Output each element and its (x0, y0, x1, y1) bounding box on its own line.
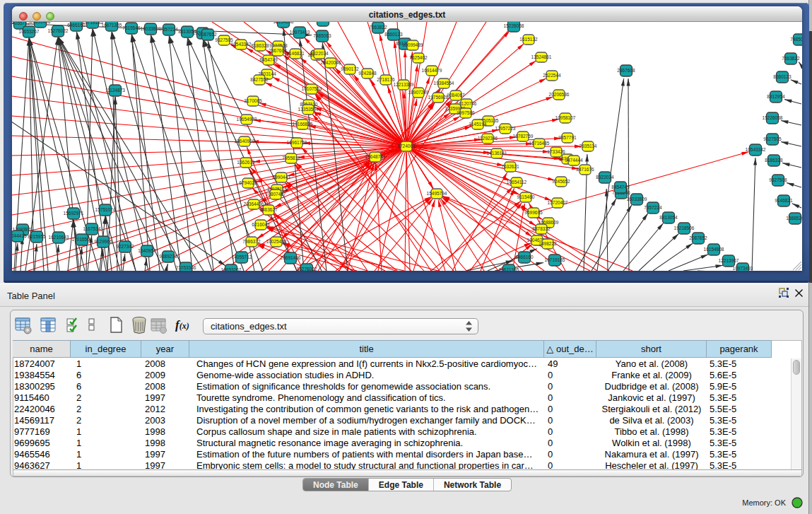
svg-text:9890172: 9890172 (341, 66, 359, 71)
svg-text:15495794: 15495794 (427, 191, 447, 196)
svg-text:9242848: 9242848 (358, 71, 377, 76)
svg-text:1145194: 1145194 (469, 122, 487, 127)
svg-text:21053346: 21053346 (176, 265, 196, 270)
svg-text:9227342: 9227342 (116, 244, 134, 249)
svg-text:8186328: 8186328 (251, 43, 269, 48)
svg-text:10973493: 10973493 (290, 30, 310, 35)
svg-text:9463627: 9463627 (259, 207, 278, 212)
svg-text:18907249: 18907249 (408, 90, 429, 95)
svg-text:20691406: 20691406 (281, 255, 301, 260)
svg-text:16671355: 16671355 (499, 267, 519, 271)
svg-text:7955812: 7955812 (282, 156, 300, 160)
svg-text:16099489: 16099489 (403, 42, 423, 47)
svg-text:15226058: 15226058 (763, 115, 783, 120)
svg-text:8660123: 8660123 (773, 74, 792, 79)
svg-text:16648784: 16648784 (365, 154, 386, 159)
svg-text:11292346: 11292346 (478, 136, 498, 141)
svg-text:15751074: 15751074 (95, 207, 116, 212)
svg-text:10719185: 10719185 (545, 257, 565, 262)
svg-text:9129966: 9129966 (94, 239, 112, 244)
svg-text:19654923: 19654923 (237, 117, 257, 122)
svg-text:2087652: 2087652 (199, 32, 217, 37)
svg-text:15276022: 15276022 (48, 28, 69, 33)
svg-text:1733426: 1733426 (547, 149, 565, 154)
svg-text:17016504: 17016504 (72, 237, 93, 242)
svg-text:8990443: 8990443 (272, 175, 290, 180)
svg-text:14136141: 14136141 (487, 151, 507, 156)
svg-text:19756928: 19756928 (428, 95, 449, 100)
svg-text:3170065: 3170065 (244, 98, 262, 103)
svg-text:9327505: 9327505 (763, 136, 782, 141)
svg-text:18640910: 18640910 (235, 139, 255, 144)
svg-text:1498222: 1498222 (539, 241, 557, 246)
svg-text:10025438: 10025438 (266, 239, 287, 244)
svg-text:1588520: 1588520 (786, 216, 802, 221)
svg-text:2522544: 2522544 (543, 73, 561, 78)
svg-text:15692971: 15692971 (64, 211, 84, 216)
svg-text:14055712: 14055712 (12, 22, 30, 25)
svg-text:16154808: 16154808 (704, 247, 724, 252)
svg-text:10973493: 10973493 (733, 266, 753, 271)
svg-text:9699695: 9699695 (524, 210, 543, 215)
svg-text:10543342: 10543342 (231, 42, 252, 47)
svg-text:16782759: 16782759 (513, 134, 534, 139)
svg-text:10654112: 10654112 (507, 180, 527, 185)
svg-text:15226058: 15226058 (504, 23, 524, 28)
svg-text:10653267: 10653267 (19, 29, 40, 34)
svg-text:7485063: 7485063 (790, 37, 802, 42)
svg-text:7357224: 7357224 (160, 27, 178, 32)
svg-text:9245652: 9245652 (552, 179, 570, 184)
svg-text:9146821: 9146821 (286, 51, 305, 56)
svg-text:9857791: 9857791 (558, 135, 577, 140)
svg-text:9115460: 9115460 (517, 194, 535, 199)
svg-text:10653267: 10653267 (221, 267, 242, 271)
svg-text:10958107: 10958107 (555, 115, 576, 120)
svg-text:8813054: 8813054 (659, 215, 678, 220)
svg-text:10107553: 10107553 (302, 86, 322, 91)
svg-text:20364436: 20364436 (244, 201, 264, 206)
svg-text:8427552: 8427552 (250, 77, 269, 82)
svg-text:1640957: 1640957 (138, 248, 156, 253)
svg-text:16961758: 16961758 (287, 140, 307, 145)
svg-text:8878332: 8878332 (532, 226, 551, 231)
svg-text:2867608: 2867608 (269, 48, 287, 53)
svg-text:8471676: 8471676 (576, 167, 594, 172)
svg-text:6216043: 6216043 (252, 222, 270, 227)
svg-text:19384554: 19384554 (434, 81, 454, 86)
svg-text:13524861: 13524861 (531, 54, 552, 59)
svg-text:15276022: 15276022 (297, 267, 317, 271)
svg-text:19218506: 19218506 (674, 226, 695, 230)
svg-text:16033809: 16033809 (141, 26, 161, 31)
svg-text:6794028: 6794028 (239, 180, 257, 185)
svg-text:9327508: 9327508 (769, 177, 787, 182)
svg-text:8322034: 8322034 (596, 175, 614, 180)
svg-text:16210643: 16210643 (49, 235, 69, 240)
svg-text:10807487: 10807487 (266, 192, 286, 197)
svg-text:9084067: 9084067 (447, 93, 465, 98)
svg-text:12213389: 12213389 (394, 82, 414, 87)
svg-text:7986372: 7986372 (242, 239, 261, 244)
svg-text:8454749: 8454749 (259, 57, 278, 62)
svg-text:12213967: 12213967 (313, 22, 334, 23)
svg-text:16154808: 16154808 (273, 22, 294, 24)
svg-text:7663822: 7663822 (369, 25, 387, 30)
svg-text:8912954: 8912954 (767, 94, 785, 99)
svg-text:15716485: 15716485 (529, 141, 550, 146)
svg-text:19166825: 19166825 (293, 122, 313, 127)
svg-text:22420046: 22420046 (321, 60, 341, 65)
svg-text:1362615: 1362615 (237, 160, 255, 165)
svg-text:8215955: 8215955 (28, 234, 46, 239)
svg-text:17957223: 17957223 (495, 126, 516, 131)
svg-text:16671355: 16671355 (102, 23, 122, 28)
svg-text:14055712: 14055712 (232, 255, 252, 259)
svg-text:9997586: 9997586 (457, 110, 475, 115)
svg-text:1615132: 1615132 (519, 37, 538, 42)
svg-text:1167534: 1167534 (83, 226, 101, 231)
svg-text:13353594: 13353594 (298, 107, 319, 112)
svg-text:20691406: 20691406 (30, 22, 51, 24)
svg-text:2718176: 2718176 (377, 77, 395, 82)
svg-text:10543342: 10543342 (746, 147, 766, 152)
svg-text:12213967: 12213967 (719, 258, 739, 263)
svg-text:11124873: 11124873 (105, 88, 125, 93)
svg-text:7485063: 7485063 (313, 33, 331, 38)
